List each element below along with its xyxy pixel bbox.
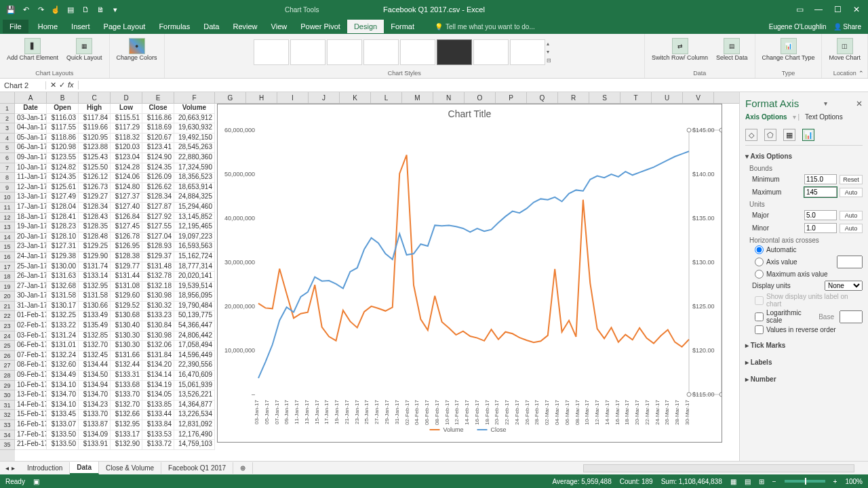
chart-style-6[interactable] (437, 39, 472, 65)
cancel-formula-icon[interactable]: ✕ (50, 81, 56, 89)
chart-style-3[interactable] (327, 39, 362, 65)
col-header-P[interactable]: P (496, 92, 527, 103)
col-header-U[interactable]: U (652, 92, 683, 103)
col-header-G[interactable]: G (215, 92, 246, 103)
zoom-out-icon[interactable]: − (772, 478, 776, 485)
chart-style-1[interactable] (254, 39, 289, 65)
axis-min-reset[interactable]: Reset (840, 175, 863, 184)
col-header-K[interactable]: K (340, 92, 371, 103)
tab-formulas[interactable]: Formulas (152, 20, 197, 33)
axis-options-section[interactable]: Axis Options (745, 150, 863, 163)
pane-menu-icon[interactable]: ▾ (824, 100, 831, 107)
axis-max-auto[interactable]: Auto (840, 188, 863, 197)
axis-major-input[interactable] (804, 210, 837, 220)
col-header-H[interactable]: H (246, 92, 277, 103)
share-button[interactable]: 👤 Share (833, 23, 861, 30)
sheet-tab-data[interactable]: Data (70, 462, 99, 474)
fx-icon[interactable]: fx (68, 81, 74, 89)
crosses-max-radio[interactable] (755, 270, 764, 279)
chart-style-7[interactable] (473, 39, 509, 65)
tab-data[interactable]: Data (197, 20, 226, 33)
tab-review[interactable]: Review (226, 20, 264, 33)
tab-power-pivot[interactable]: Power Pivot (294, 20, 347, 33)
undo-icon[interactable]: ↶ (20, 4, 31, 15)
axis-max-input[interactable] (804, 187, 837, 197)
move-chart-button[interactable]: ◫Move Chart (826, 37, 863, 62)
column-headers[interactable]: ABCDEFGHIJKLMNOPQRSTUV (0, 92, 739, 104)
qat-icon2[interactable]: 🗋 (80, 4, 91, 15)
crosses-value-input[interactable] (837, 256, 863, 268)
sheet-tab-facebook[interactable]: Facebook Q1 2017 (161, 462, 233, 474)
axis-options-icon[interactable]: 📊 (802, 129, 814, 141)
ribbon-display-icon[interactable]: ▭ (791, 3, 808, 16)
redo-icon[interactable]: ↷ (35, 4, 46, 15)
col-header-Q[interactable]: Q (527, 92, 558, 103)
qat-icon[interactable]: ▤ (65, 4, 76, 15)
col-header-N[interactable]: N (433, 92, 465, 103)
chart-styles-gallery[interactable]: ▴▾⊟ (251, 37, 557, 68)
col-header-I[interactable]: I (277, 92, 309, 103)
row-headers[interactable]: 1234567891011121314151617181920212223242… (0, 104, 15, 468)
col-header-S[interactable]: S (589, 92, 620, 103)
display-units-select[interactable]: None (825, 281, 863, 291)
quick-layout-button[interactable]: ▦Quick Layout (64, 37, 105, 62)
log-base-input[interactable] (840, 310, 863, 323)
close-pane-icon[interactable]: ✕ (856, 99, 863, 108)
view-break-icon[interactable]: ⊞ (759, 478, 764, 485)
chart-plot-area[interactable]: –10,000,00020,000,00030,000,00040,000,00… (218, 123, 722, 435)
tab-page-layout[interactable]: Page Layout (97, 20, 153, 33)
axis-minor-auto[interactable]: Auto (840, 224, 863, 233)
select-all-corner[interactable] (0, 92, 15, 103)
number-section[interactable]: Number (745, 373, 863, 386)
maximize-icon[interactable]: ☐ (829, 3, 846, 16)
view-layout-icon[interactable]: ▤ (745, 478, 751, 485)
col-header-A[interactable]: A (15, 92, 47, 103)
horizontal-scrollbar[interactable] (583, 464, 854, 472)
sheet-tab-close-volume[interactable]: Close & Volume (99, 462, 161, 474)
axis-min-input[interactable] (804, 174, 837, 184)
gallery-up[interactable]: ▴ (547, 41, 555, 47)
touch-icon[interactable]: ☝ (50, 4, 61, 15)
qat-icon3[interactable]: 🗎 (95, 4, 106, 15)
crosses-value-radio[interactable] (755, 258, 764, 266)
crosses-auto-radio[interactable] (755, 245, 764, 254)
text-options-tab[interactable]: Text Options (805, 113, 843, 121)
tab-file[interactable]: File (3, 20, 28, 33)
col-header-T[interactable]: T (620, 92, 652, 103)
chart-style-4[interactable] (363, 39, 399, 65)
collapse-ribbon-icon[interactable]: ⌃ (859, 70, 864, 77)
effects-icon[interactable]: ⬠ (764, 129, 776, 141)
tick-marks-section[interactable]: Tick Marks (745, 339, 863, 352)
size-props-icon[interactable]: ▦ (783, 129, 795, 141)
col-header-F[interactable]: F (174, 92, 215, 103)
minimize-icon[interactable]: — (810, 3, 827, 16)
view-normal-icon[interactable]: ▦ (730, 478, 736, 485)
col-header-V[interactable]: V (683, 92, 714, 103)
tell-me-input[interactable]: 💡 Tell me what you want to do... (435, 23, 535, 30)
tab-insert[interactable]: Insert (64, 20, 97, 33)
gallery-more[interactable]: ⊟ (547, 58, 555, 64)
labels-section[interactable]: Labels (745, 356, 863, 369)
save-icon[interactable]: 💾 (5, 4, 16, 15)
tab-nav-prev[interactable]: ◂ (5, 464, 9, 472)
axis-options-tab[interactable]: Axis Options (745, 113, 787, 121)
col-header-M[interactable]: M (402, 92, 433, 103)
tab-format[interactable]: Format (384, 20, 421, 33)
col-header-O[interactable]: O (465, 92, 496, 103)
name-box[interactable]: Chart 2 (0, 81, 46, 89)
chart-style-8[interactable] (510, 39, 545, 65)
new-sheet-button[interactable]: ⊕ (233, 462, 253, 474)
switch-row-col-button[interactable]: ⇄Switch Row/ Column (649, 37, 711, 62)
tab-view[interactable]: View (264, 20, 294, 33)
sheet-tab-introduction[interactable]: Introduction (20, 462, 70, 474)
account-name[interactable]: Eugene O'Loughlin (769, 23, 827, 30)
zoom-in-icon[interactable]: + (833, 478, 837, 485)
reverse-order-check[interactable] (755, 325, 764, 334)
log-scale-check[interactable] (755, 312, 764, 321)
col-header-R[interactable]: R (558, 92, 589, 103)
enter-formula-icon[interactable]: ✓ (59, 81, 65, 89)
data-cells[interactable]: DateOpenHighLowCloseVolume03-Jan-17$116.… (15, 104, 217, 468)
add-chart-element-button[interactable]: ▋Add Chart Element (4, 37, 61, 62)
col-header-J[interactable]: J (309, 92, 340, 103)
qat-dropdown-icon[interactable]: ▾ (110, 4, 121, 15)
